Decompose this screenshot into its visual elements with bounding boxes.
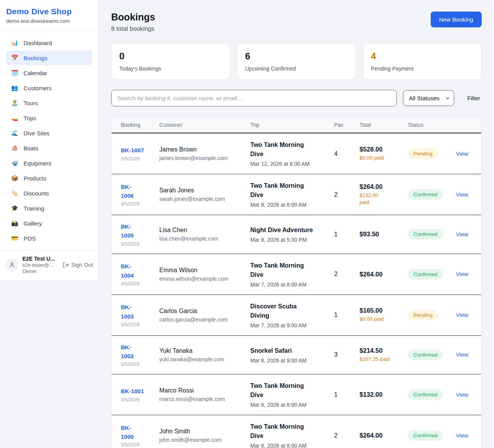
sidebar-item-tours[interactable]: 🏝️ Tours [6, 96, 92, 110]
bookings-table: Booking Customer Trip Pax Total Status B… [112, 117, 481, 448]
customer-email: james.brown@example.com [159, 155, 241, 161]
booking-number-link[interactable]: BK-1007 [121, 146, 150, 155]
table-row: BK- 1006 3/5/2026 Sarah Jones sarah.jone… [112, 174, 481, 215]
sidebar-item-label: Bookings [24, 55, 47, 61]
total-amount: $132.00 [360, 391, 399, 398]
user-block: E2E Test U... e2e-tester@... Owner Sign … [0, 250, 98, 280]
total-amount: $93.50 [360, 231, 399, 238]
trip-name: Two Tank Morning Dive [250, 140, 325, 159]
sidebar-item-label: Products [24, 175, 46, 182]
brand-block: Demo Dive Shop demo.test.divestreams.com [0, 0, 98, 30]
paid-amount: $132.00 paid [360, 192, 399, 206]
view-link[interactable]: View [456, 351, 468, 358]
sidebar-item-label: Customers [24, 85, 52, 91]
customer-name: Emma Wilson [159, 267, 241, 274]
trip-datetime: Mar 8, 2026 at 8:00 AM [250, 202, 325, 208]
booking-number-link[interactable]: BK-1001 [121, 387, 150, 396]
sidebar-item-label: Training [24, 205, 44, 212]
sidebar-item-customers[interactable]: 👥 Customers [6, 81, 92, 95]
sign-out-label: Sign Out [71, 262, 93, 268]
stat-card: 6 Upcoming Confirmed [237, 43, 356, 80]
view-link[interactable]: View [456, 391, 468, 398]
status-select[interactable]: All Statuses [403, 90, 454, 106]
sidebar-item-bookings[interactable]: 📅 Bookings [6, 51, 92, 65]
customer-name: John Smith [159, 428, 241, 435]
trip-datetime: Mar 8, 2026 at 5:30 PM [250, 237, 325, 243]
view-link[interactable]: View [456, 231, 468, 237]
customer-name: Yuki Tanaka [159, 347, 241, 354]
stat-value: 4 [371, 51, 474, 62]
sidebar-item-trips[interactable]: 🚤 Trips [6, 111, 92, 125]
total-amount: $214.50 [360, 347, 399, 354]
booking-number-link[interactable]: BK- 1000 [121, 423, 150, 441]
view-link[interactable]: View [456, 312, 468, 318]
sidebar-item-discounts[interactable]: 🏷️ Discounts [6, 186, 92, 200]
booking-number-link[interactable]: BK- 1003 [121, 303, 150, 321]
sidebar-item-equipment[interactable]: 🤿 Equipment [6, 156, 92, 170]
pax-count: 2 [334, 432, 338, 439]
sidebar-item-gallery[interactable]: 📸 Gallery [6, 216, 92, 231]
brand-title[interactable]: Demo Dive Shop [6, 7, 92, 16]
customer-name: Marco Rossi [159, 387, 241, 394]
total-amount: $528.00 [360, 146, 399, 153]
stat-card: 0 Today's Bookings [111, 43, 230, 80]
booking-number-link[interactable]: BK- 1004 [121, 262, 150, 280]
sidebar-item-calendar[interactable]: 🗓️ Calendar [6, 66, 92, 80]
package-icon: 📦 [11, 175, 19, 182]
trip-datetime: Mar 6, 2026 at 9:00 AM [250, 357, 325, 364]
user-name: E2E Test U... [22, 256, 59, 262]
brand-domain: demo.test.divestreams.com [6, 18, 92, 24]
booking-number-link[interactable]: BK- 1002 [121, 343, 150, 361]
trip-name: Two Tank Morning Dive [250, 422, 325, 441]
table-row: BK- 1000 3/5/2026 John Smith john.smith@… [112, 415, 481, 448]
person-icon [8, 261, 15, 268]
trip-datetime: Mar 12, 2026 at 8:00 AM [250, 161, 325, 167]
logout-icon [63, 262, 69, 268]
sidebar: Demo Dive Shop demo.test.divestreams.com… [0, 0, 99, 281]
page-title: Bookings [111, 12, 155, 23]
sidebar-item-dive-sites[interactable]: 🌊 Dive Sites [6, 126, 92, 140]
status-badge: Confirmed [408, 389, 443, 400]
sidebar-item-label: Boats [24, 145, 38, 152]
trip-datetime: Mar 7, 2026 at 9:00 AM [250, 322, 325, 328]
view-link[interactable]: View [456, 150, 468, 157]
trip-name: Discover Scuba Diving [250, 302, 325, 320]
view-link[interactable]: View [456, 191, 468, 198]
table-row: BK-1007 3/5/2026 James Brown james.brown… [112, 133, 481, 174]
sidebar-item-training[interactable]: 🎓 Training [6, 201, 92, 216]
customer-name: Sarah Jones [159, 187, 241, 194]
sidebar-item-dashboard[interactable]: 📊 Dashboard [6, 35, 92, 50]
people-icon: 👥 [11, 84, 19, 91]
sailboat-icon: ⛵ [11, 145, 19, 152]
booking-date: 3/5/2026 [121, 362, 150, 367]
search-input[interactable] [111, 90, 397, 106]
stat-card: 4 Pending Payment [363, 43, 482, 80]
table-row: BK- 1005 3/5/2026 Lisa Chen lisa.chen@ex… [112, 215, 481, 254]
col-header-total: Total [355, 117, 404, 133]
sidebar-item-label: Gallery [24, 220, 42, 227]
sidebar-item-pos[interactable]: 💳 POS [6, 231, 92, 246]
page-subtitle: 8 total bookings [111, 25, 155, 32]
trip-name: Two Tank Morning Dive [250, 181, 325, 200]
view-link[interactable]: View [456, 432, 468, 439]
bar-chart-icon: 📊 [11, 39, 19, 46]
table-row: BK- 1004 3/5/2026 Emma Wilson emma.wilso… [112, 254, 481, 295]
sidebar-item-boats[interactable]: ⛵ Boats [6, 141, 92, 155]
camera-icon: 📸 [11, 220, 19, 227]
booking-number-link[interactable]: BK- 1005 [121, 222, 150, 240]
trip-datetime: Mar 6, 2026 at 8:00 AM [250, 443, 325, 448]
booking-number-link[interactable]: BK- 1006 [121, 182, 150, 200]
filter-button[interactable]: Filter [466, 93, 482, 104]
customer-email: yuki.tanaka@example.com [159, 356, 241, 362]
view-link[interactable]: View [456, 271, 468, 277]
new-booking-button[interactable]: New Booking [431, 12, 482, 27]
sign-out-button[interactable]: Sign Out [63, 262, 93, 268]
pax-count: 1 [334, 231, 338, 237]
sidebar-item-label: POS [24, 235, 36, 242]
sidebar-item-products[interactable]: 📦 Products [6, 171, 92, 185]
pax-count: 4 [334, 150, 338, 157]
total-amount: $264.00 [360, 183, 399, 190]
stats-row: 0 Today's Bookings 6 Upcoming Confirmed … [111, 43, 482, 80]
credit-card-icon: 💳 [11, 235, 19, 242]
total-amount: $264.00 [360, 432, 399, 439]
